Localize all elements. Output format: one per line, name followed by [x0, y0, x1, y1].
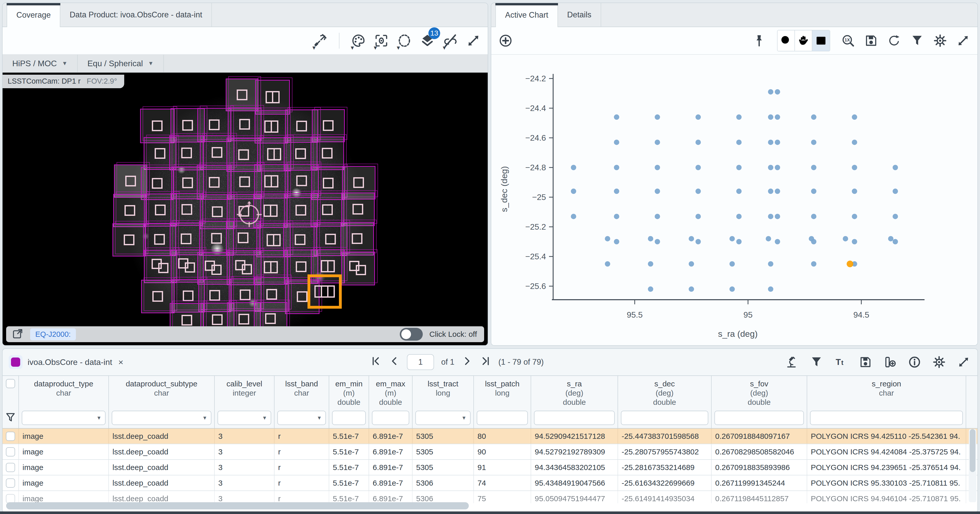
selected-footprint-tile[interactable] [307, 275, 342, 309]
text-view-icon[interactable]: Tt [833, 353, 849, 372]
column-header-s_fov[interactable]: s_fov(deg)double [712, 376, 807, 428]
click-lock-toggle[interactable] [400, 328, 423, 341]
recenter-icon[interactable]: ▼ [374, 31, 389, 50]
column-filter-input[interactable]: ▼ [22, 411, 105, 425]
footprint-tile[interactable] [226, 78, 258, 111]
next-page-button[interactable] [461, 356, 473, 369]
vertical-scrollbar-thumb[interactable] [970, 429, 975, 472]
footprint-tile[interactable] [170, 193, 203, 226]
add-column-icon[interactable] [882, 353, 898, 372]
settings-icon[interactable] [931, 353, 947, 372]
inspect-icon[interactable] [784, 353, 800, 372]
close-icon[interactable]: × [118, 357, 124, 367]
zoom-1x-icon[interactable]: 1X [840, 31, 856, 50]
select-rect-icon[interactable] [812, 30, 830, 51]
patch-outline [181, 204, 192, 215]
column-header-dataproduct_type[interactable]: dataproduct_typechar▼ [19, 376, 109, 428]
info-icon[interactable] [907, 353, 922, 372]
column-filter-input[interactable]: ▼ [415, 411, 471, 425]
table-row[interactable]: imagelsst.deep_coadd3r5.51e-76.891e-7530… [3, 429, 977, 444]
unlink-icon[interactable]: ▼ [443, 31, 458, 50]
last-page-button[interactable] [480, 356, 491, 369]
add-chart-icon[interactable] [498, 31, 513, 50]
column-header-lsst_tract[interactable]: lsst_tractlong▼ [412, 376, 474, 428]
select-ellipse-icon[interactable]: ▼ [397, 31, 412, 50]
filter-icon[interactable] [809, 353, 824, 372]
column-filter-input[interactable] [621, 411, 708, 425]
column-filter-input[interactable] [714, 411, 804, 425]
footprint-tile[interactable] [254, 164, 288, 198]
column-filter-input[interactable]: ▼ [112, 411, 212, 425]
column-filter-input[interactable] [372, 411, 409, 425]
row-checkbox[interactable] [6, 447, 15, 457]
pan-icon[interactable] [795, 30, 812, 51]
row-checkbox[interactable] [6, 479, 15, 488]
column-filter-input[interactable]: ▼ [277, 411, 326, 425]
row-range-label: (1 - 79 of 79) [498, 358, 544, 367]
horizontal-scrollbar-thumb[interactable] [6, 502, 469, 509]
table-cell-s_region: POLYGON ICRS 94.425110 -25.542361 94. [807, 429, 966, 444]
save-icon[interactable] [858, 353, 873, 372]
hips-moc-dropdown[interactable]: HiPS / MOC ▼ [3, 55, 78, 72]
row-checkbox[interactable] [6, 463, 15, 472]
settings-icon[interactable] [932, 31, 948, 50]
row-checkbox[interactable] [6, 432, 15, 441]
sky-coverage-map[interactable]: LSSTComCam: DP1 r FOV:2.9° EQ-J2000: Cli… [3, 73, 488, 345]
table-row[interactable]: imagelsst.deep_coadd3r5.51e-76.891e-7530… [3, 491, 977, 503]
tab-coverage[interactable]: Coverage [6, 3, 60, 27]
footprint-tile[interactable] [341, 252, 375, 286]
tab-details[interactable]: Details [558, 3, 601, 27]
expand-icon[interactable] [466, 31, 481, 50]
column-header-s_ra[interactable]: s_ra(deg)double [531, 376, 618, 428]
table-cell-dataproduct_subtype: lsst.deep_coadd [109, 476, 215, 490]
scatter-chart[interactable]: −24.2−24.4−24.6−24.8−25−25.2−25.4−25.695… [491, 55, 977, 345]
footprint-tile[interactable] [141, 280, 175, 313]
table-row[interactable]: imagelsst.deep_coadd3r5.51e-76.891e-7530… [3, 460, 977, 476]
table-cell-em_max: 6.891e-7 [369, 460, 412, 475]
page-number-input[interactable]: 1 [407, 354, 434, 370]
save-icon[interactable] [864, 31, 879, 50]
coordinate-system-dropdown[interactable]: Equ / Spherical ▼ [78, 55, 164, 72]
footprint-tile[interactable] [113, 194, 146, 227]
footprint-tile[interactable] [340, 222, 374, 255]
column-header-lsst_patch[interactable]: lsst_patchlong [474, 376, 531, 428]
filter-icon[interactable] [910, 31, 925, 50]
footprint-tile[interactable] [310, 193, 344, 227]
popout-icon[interactable] [12, 328, 24, 341]
column-header-dataproduct_subtype[interactable]: dataproduct_subtypechar▼ [109, 376, 215, 428]
footprint-tile[interactable] [113, 223, 146, 257]
expand-icon[interactable] [955, 31, 971, 50]
zoom-in-icon[interactable] [778, 30, 795, 51]
palette-icon[interactable]: ▼ [351, 31, 366, 50]
expand-icon[interactable] [956, 353, 971, 372]
filter-row-icon[interactable] [5, 412, 16, 424]
table-cell-dataproduct_subtype: lsst.deep_coadd [109, 460, 215, 475]
layers-icon[interactable]: 13 [420, 31, 435, 50]
column-header-lsst_band[interactable]: lsst_bandchar▼ [275, 376, 329, 428]
column-filter-input[interactable] [332, 411, 366, 425]
table-row[interactable]: imagelsst.deep_coadd3r5.51e-76.891e-7530… [3, 476, 977, 491]
tools-icon[interactable]: ▼ [312, 31, 328, 50]
tab-data-product[interactable]: Data Product: ivoa.ObsCore - data-int [60, 3, 212, 27]
column-filter-input[interactable] [810, 411, 963, 425]
column-filter-input[interactable] [477, 411, 528, 425]
restore-icon[interactable] [886, 31, 902, 50]
pin-icon[interactable] [751, 31, 767, 50]
first-page-button[interactable] [370, 356, 381, 369]
row-checkbox[interactable] [6, 494, 15, 503]
footprint-tile[interactable] [341, 193, 375, 226]
column-filter-input[interactable]: ▼ [218, 411, 271, 425]
column-header-em_max[interactable]: em_max(m)double [369, 376, 412, 428]
select-all-checkbox[interactable] [6, 379, 15, 388]
column-header-em_min[interactable]: em_min(m)double [329, 376, 369, 428]
table-row[interactable]: imagelsst.deep_coadd3r5.51e-76.891e-7530… [3, 444, 977, 460]
table-cell-s_fov: 0.2670918835893986 [712, 460, 807, 475]
prev-page-button[interactable] [388, 356, 400, 369]
column-filter-input[interactable] [534, 411, 615, 425]
column-header-calib_level[interactable]: calib_levelinteger▼ [215, 376, 275, 428]
column-header-s_dec[interactable]: s_dec(deg)double [618, 376, 712, 428]
tab-active-chart[interactable]: Active Chart [495, 3, 558, 27]
column-header-s_region[interactable]: s_regionchar [807, 376, 966, 428]
table-vertical-scrollbar[interactable] [969, 429, 977, 502]
table-tab[interactable]: ivoa.ObsCore - data-int × [9, 355, 124, 369]
